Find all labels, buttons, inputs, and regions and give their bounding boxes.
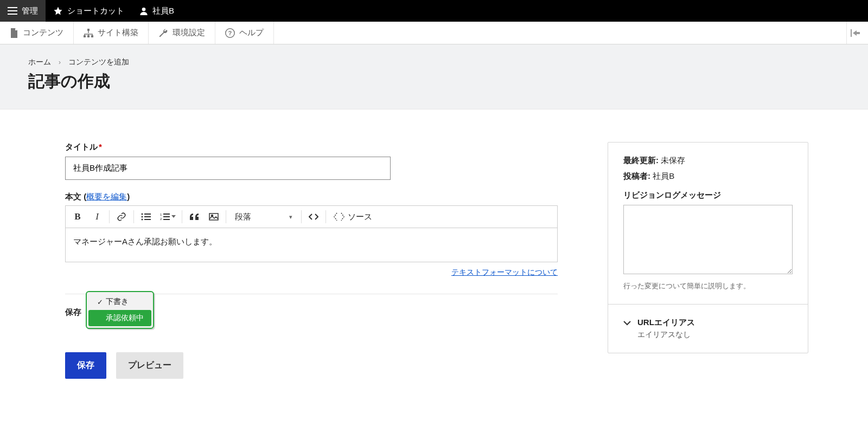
field-body-label-text: 本文 (65, 192, 81, 201)
svg-rect-5 (84, 35, 86, 37)
menu-structure[interactable]: サイト構築 (74, 22, 149, 44)
menu-config[interactable]: 環境設定 (149, 22, 215, 44)
preview-button[interactable]: プレビュー (116, 352, 183, 379)
code-button[interactable] (304, 207, 323, 227)
source-button[interactable]: ソース (328, 207, 378, 227)
main-content: タイトル* 本文 (概要を編集) B I (0, 109, 868, 400)
menu-content[interactable]: コンテンツ (0, 22, 74, 44)
svg-rect-4 (87, 29, 90, 31)
form-actions: 保存 プレビュー (65, 352, 564, 379)
link-button[interactable] (112, 207, 131, 227)
title-input[interactable] (65, 157, 391, 180)
page-title: 記事の作成 (28, 70, 840, 93)
state-option-draft-label: 下書き (106, 297, 129, 307)
breadcrumb-add-content[interactable]: コンテンツを追加 (68, 57, 129, 66)
toolbar-user[interactable]: 社員B (132, 0, 182, 22)
check-icon: ✓ (96, 298, 104, 306)
last-updated-label: 最終更新: (623, 156, 659, 165)
document-icon (10, 28, 18, 38)
toolbar-separator (109, 210, 110, 223)
hamburger-icon (8, 7, 17, 15)
list-numbered-icon: 12 (160, 213, 170, 221)
menu-content-label: コンテンツ (23, 28, 63, 38)
chevron-down-icon: ▾ (289, 214, 292, 221)
menu-help-label: ヘルプ (239, 28, 264, 38)
state-label: 保存 (65, 307, 81, 318)
svg-point-11 (142, 214, 143, 215)
toolbar-separator (301, 210, 302, 223)
sidebar-url-alias[interactable]: URLエイリアス エイリアスなし (608, 304, 808, 353)
bold-button[interactable]: B (68, 207, 87, 227)
svg-point-13 (142, 219, 143, 221)
svg-rect-2 (8, 14, 17, 15)
image-button[interactable] (204, 207, 224, 227)
svg-rect-22 (209, 214, 218, 220)
menu-structure-label: サイト構築 (98, 28, 138, 38)
svg-rect-1 (8, 10, 17, 11)
toolbar-separator (182, 210, 182, 223)
arrow-left-icon (851, 29, 860, 37)
italic-button[interactable]: I (87, 207, 107, 227)
toolbar-separator (326, 210, 326, 223)
field-body-label: 本文 (概要を編集) (65, 192, 564, 202)
field-title-label-text: タイトル (65, 142, 98, 151)
text-format-help-link[interactable]: テキストフォーマットについて (451, 268, 558, 276)
quote-icon (190, 214, 199, 220)
edit-summary-link[interactable]: 概要を編集 (86, 192, 127, 201)
svg-rect-21 (163, 219, 170, 220)
field-title: タイトル* (65, 142, 564, 180)
svg-point-3 (142, 8, 146, 11)
bulleted-list-button[interactable] (136, 207, 156, 227)
breadcrumb-home[interactable]: ホーム (28, 57, 51, 66)
svg-text:1: 1 (160, 213, 162, 216)
url-alias-subtitle: エイリアスなし (637, 330, 695, 340)
blockquote-button[interactable] (184, 207, 204, 227)
toolbar-shortcuts[interactable]: ショートカット (46, 0, 132, 22)
numbered-list-button[interactable]: 12 (156, 207, 180, 227)
save-button[interactable]: 保存 (65, 352, 106, 379)
sitemap-icon (84, 29, 93, 37)
form-column: タイトル* 本文 (概要を編集) B I (65, 142, 564, 379)
state-option-review[interactable]: ✓ 承認依頼中 (88, 310, 151, 326)
list-bulleted-icon (141, 213, 151, 221)
person-icon (139, 7, 148, 15)
state-option-review-label: 承認依頼中 (106, 313, 144, 323)
breadcrumb-separator: › (59, 59, 61, 66)
toolbar-manage[interactable]: 管理 (0, 0, 46, 22)
state-dropdown-open: ✓ 下書き ✓ 承認依頼中 (86, 291, 154, 329)
revision-log-textarea[interactable] (623, 205, 793, 274)
editor-content[interactable]: マネージャーAさん承認お願いします。 (66, 228, 557, 262)
svg-rect-15 (144, 216, 151, 217)
sidebar-meta: 最終更新: 未保存 投稿者: 社員B リビジョンログメッセージ 行った変更につい… (608, 143, 808, 304)
author-value: 社員B (653, 171, 674, 180)
svg-rect-16 (144, 219, 151, 220)
revision-log-description: 行った変更について簡単に説明します。 (623, 281, 793, 291)
svg-text:2: 2 (160, 217, 162, 221)
svg-rect-7 (91, 35, 93, 37)
code-icon (309, 214, 318, 220)
svg-rect-20 (163, 216, 170, 217)
menu-help[interactable]: ? ヘルプ (215, 22, 274, 44)
star-icon (53, 6, 63, 16)
field-title-label: タイトル* (65, 142, 564, 152)
sidebar: 最終更新: 未保存 投稿者: 社員B リビジョンログメッセージ 行った変更につい… (608, 142, 808, 353)
link-icon (117, 212, 126, 222)
chevron-down-icon (623, 319, 631, 327)
source-label: ソース (348, 212, 372, 222)
menu-config-label: 環境設定 (173, 28, 205, 38)
help-icon: ? (225, 28, 235, 38)
chevron-down-icon (171, 215, 176, 218)
toolbar-collapse[interactable] (846, 22, 868, 44)
state-option-draft[interactable]: ✓ 下書き (88, 294, 151, 310)
svg-point-12 (142, 216, 143, 218)
last-updated: 最終更新: 未保存 (623, 156, 793, 166)
heading-label: 段落 (235, 212, 251, 222)
moderation-state-row: 保存 ✓ 下書き ✓ 承認依頼中 (65, 307, 564, 318)
svg-rect-10 (851, 29, 852, 37)
page-header: ホーム › コンテンツを追加 記事の作成 (0, 44, 868, 109)
svg-rect-14 (144, 214, 151, 215)
text-format-help: テキストフォーマットについて (65, 268, 558, 277)
author: 投稿者: 社員B (623, 171, 793, 182)
heading-dropdown[interactable]: 段落 ▾ (228, 207, 299, 227)
field-body: 本文 (概要を編集) B I 12 (65, 192, 564, 277)
